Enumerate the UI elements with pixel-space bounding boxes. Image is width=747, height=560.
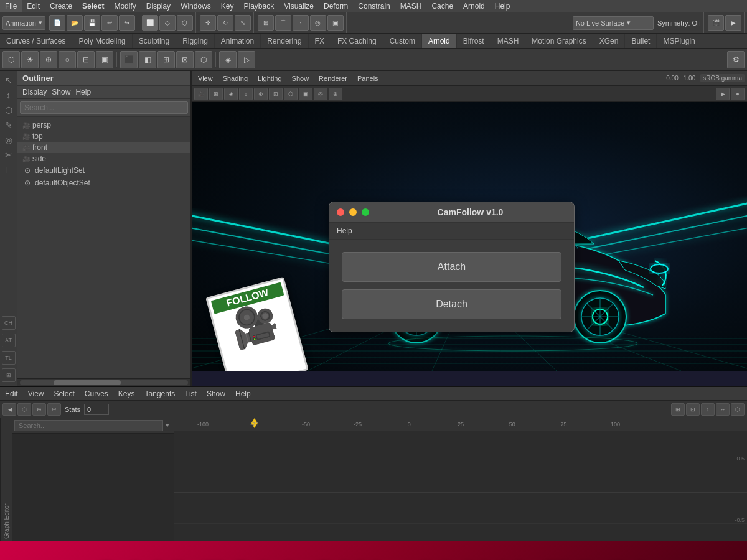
icon-tb-settings[interactable]: ⚙	[727, 51, 745, 68]
icon-tb-11[interactable]: ⬡	[195, 51, 212, 68]
graph-btn-1[interactable]: |◀	[2, 403, 16, 416]
vp-menu-shading[interactable]: Shading	[219, 75, 251, 82]
menu-mash[interactable]: MASH	[395, 0, 427, 12]
undo-btn[interactable]: ↩	[101, 15, 118, 31]
sidebar-arrow-icon[interactable]: ↕	[2, 88, 16, 102]
graph-menu-edit[interactable]: Edit	[2, 390, 21, 398]
list-item[interactable]: 🎥 side	[17, 153, 190, 164]
list-item[interactable]: 🎥 persp	[17, 119, 190, 131]
stats-input[interactable]	[84, 404, 109, 415]
tab-motion-graphics[interactable]: Motion Graphics	[525, 34, 593, 48]
icon-tb-13[interactable]: ▷	[238, 51, 255, 68]
vp-menu-panels[interactable]: Panels	[354, 75, 382, 82]
graph-menu-show[interactable]: Show	[204, 390, 228, 398]
vp-icon-record[interactable]: ●	[731, 88, 745, 100]
select-tool-btn[interactable]: ⬜	[142, 15, 158, 31]
icon-tb-8[interactable]: ◧	[139, 51, 156, 68]
vp-cam-icon[interactable]: 🎥	[194, 88, 208, 100]
live-surface-selector[interactable]: No Live Surface ▾	[573, 16, 654, 30]
graph-menu-select[interactable]: Select	[51, 390, 77, 398]
vp-icon-7[interactable]: ⬡	[284, 88, 298, 100]
graph-search-input[interactable]	[14, 420, 163, 431]
snap-curve-btn[interactable]: ⌒	[275, 15, 291, 31]
outliner-search-input[interactable]	[20, 101, 188, 114]
snap-point-btn[interactable]: ·	[293, 15, 309, 31]
graph-search-dropdown[interactable]: ▾	[163, 420, 172, 431]
detach-button[interactable]: Detach	[342, 289, 561, 319]
tab-mash[interactable]: MASH	[491, 34, 526, 48]
outliner-scrollbar[interactable]	[17, 378, 190, 386]
icon-tb-4[interactable]: ○	[59, 51, 76, 68]
open-file-btn[interactable]: 📂	[67, 15, 83, 31]
menu-help[interactable]: Help	[490, 0, 515, 12]
graph-btn-r5[interactable]: ⬡	[731, 403, 745, 416]
icon-tb-10[interactable]: ⊠	[176, 51, 194, 68]
sidebar-channel-icon[interactable]: CH	[2, 316, 16, 330]
menu-display[interactable]: Display	[141, 0, 176, 12]
outliner-menu-help[interactable]: Help	[75, 88, 91, 96]
new-file-btn[interactable]: 📄	[49, 15, 65, 31]
vp-icon-2[interactable]: ⊞	[209, 88, 223, 100]
lasso-select-btn[interactable]: ◇	[159, 15, 176, 31]
menu-windows[interactable]: Windows	[176, 0, 216, 12]
tab-custom[interactable]: Custom	[383, 34, 422, 48]
vp-icon-play[interactable]: ▶	[716, 88, 730, 100]
list-item[interactable]: ⊙ defaultLightSet	[17, 164, 190, 177]
graph-btn-r4[interactable]: ↔	[716, 403, 730, 416]
menu-file[interactable]: File	[0, 0, 22, 12]
window-maximize-btn[interactable]	[362, 208, 369, 216]
menu-edit[interactable]: Edit	[22, 0, 45, 12]
menu-modify[interactable]: Modify	[109, 0, 141, 12]
icon-tb-1[interactable]: ⬡	[2, 51, 20, 68]
vp-menu-lighting[interactable]: Lighting	[254, 75, 286, 82]
outliner-menu-display[interactable]: Display	[22, 88, 47, 96]
tab-sculpting[interactable]: Sculpting	[133, 34, 176, 48]
redo-btn[interactable]: ↪	[119, 15, 135, 31]
render-btn[interactable]: 🎬	[708, 15, 724, 31]
sidebar-layer-icon[interactable]: ⊞	[2, 368, 16, 382]
graph-btn-3[interactable]: ⊕	[32, 403, 46, 416]
tab-bullet[interactable]: Bullet	[625, 34, 657, 48]
tab-poly-modeling[interactable]: Poly Modeling	[72, 34, 132, 48]
tab-xgen[interactable]: XGen	[593, 34, 626, 48]
icon-tb-7[interactable]: ⬛	[120, 51, 138, 68]
graph-btn-r2[interactable]: ⊡	[686, 403, 700, 416]
paint-select-btn[interactable]: ⬡	[177, 15, 193, 31]
list-item[interactable]: 🎥 top	[17, 131, 190, 142]
menu-create[interactable]: Create	[45, 0, 77, 12]
tab-arnold[interactable]: Arnold	[422, 34, 457, 48]
sidebar-measure-icon[interactable]: ⊢	[2, 163, 16, 177]
window-minimize-btn[interactable]	[349, 208, 357, 216]
outliner-menu-show[interactable]: Show	[52, 88, 70, 96]
sidebar-lasso-icon[interactable]: ⬡	[2, 103, 16, 117]
vp-icon-9[interactable]: ◎	[314, 88, 327, 100]
snap-grid-btn[interactable]: ⊞	[258, 15, 274, 31]
menu-playback[interactable]: Playback	[239, 0, 280, 12]
sidebar-knife-icon[interactable]: ✂	[2, 148, 16, 162]
menu-cache[interactable]: Cache	[426, 0, 458, 12]
icon-tb-2[interactable]: ☀	[21, 51, 39, 68]
graph-menu-keys[interactable]: Keys	[116, 390, 138, 398]
graph-menu-list[interactable]: List	[182, 390, 199, 398]
tab-rigging[interactable]: Rigging	[176, 34, 215, 48]
list-item[interactable]: ⊙ defaultObjectSet	[17, 177, 190, 189]
attach-button[interactable]: Attach	[342, 252, 561, 282]
vp-icon-5[interactable]: ⊗	[254, 88, 268, 100]
icon-tb-6[interactable]: ▣	[96, 51, 113, 68]
scale-btn[interactable]: ⤡	[235, 15, 251, 31]
sidebar-attr-icon[interactable]: AT	[2, 334, 16, 347]
snap-view-btn[interactable]: ◎	[310, 15, 326, 31]
icon-tb-3[interactable]: ⊕	[40, 51, 57, 68]
tab-rendering[interactable]: Rendering	[261, 34, 308, 48]
graph-btn-4[interactable]: ✂	[47, 403, 61, 416]
graph-btn-r1[interactable]: ⊞	[671, 403, 685, 416]
menu-key[interactable]: Key	[216, 0, 239, 12]
icon-tb-9[interactable]: ⊞	[157, 51, 175, 68]
graph-btn-r3[interactable]: ↕	[701, 403, 715, 416]
tab-fx[interactable]: FX	[309, 34, 331, 48]
snap-surface-btn[interactable]: ▣	[327, 15, 344, 31]
sidebar-tool-icon[interactable]: TL	[2, 351, 16, 365]
menu-select[interactable]: Select	[77, 0, 109, 12]
rotate-btn[interactable]: ↻	[217, 15, 233, 31]
vp-menu-view[interactable]: View	[194, 75, 217, 82]
